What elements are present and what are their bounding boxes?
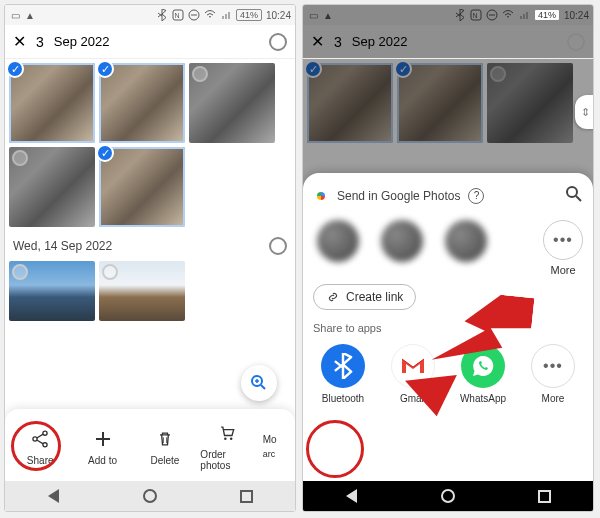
add-to-label: Add to (88, 455, 117, 466)
unchecked-icon (490, 66, 506, 82)
photo-thumb[interactable] (189, 63, 275, 143)
avatar-icon (381, 220, 423, 262)
picture-icon: ▭ (307, 9, 319, 21)
svg-point-23 (567, 187, 577, 197)
plus-icon (91, 427, 115, 451)
picture-icon: ▭ (9, 9, 21, 21)
ellipsis-icon: ••• (543, 220, 583, 260)
sheet-header: Send in Google Photos ? (313, 185, 583, 206)
nfc-icon: N (172, 9, 184, 21)
zoom-fab[interactable] (241, 365, 277, 401)
create-link-label: Create link (346, 290, 403, 304)
fast-scroll-handle[interactable]: ⇕ (575, 95, 594, 129)
check-icon: ✓ (96, 60, 114, 78)
bluetooth-label: Bluetooth (322, 393, 364, 404)
android-nav-bar (5, 481, 295, 511)
more-button[interactable]: Mo arc (263, 434, 287, 459)
avatar-icon (445, 220, 487, 262)
more-cut-label2: arc (263, 449, 276, 459)
photo-thumb[interactable]: ✓ (99, 63, 185, 143)
gmail-icon (391, 344, 435, 388)
google-photos-icon (313, 188, 329, 204)
link-icon (326, 290, 340, 304)
select-all-toggle[interactable] (567, 33, 585, 51)
recents-button[interactable] (534, 485, 556, 507)
selection-count: 3 (36, 34, 44, 50)
status-bar: ▭ ▲ N 41% 10:24 (5, 5, 295, 25)
bluetooth-app-button[interactable]: Bluetooth (313, 344, 373, 404)
unchecked-icon (102, 264, 118, 280)
help-icon[interactable]: ? (468, 188, 484, 204)
photo-thumb: ✓ (397, 63, 483, 143)
home-button[interactable] (139, 485, 161, 507)
unchecked-icon (192, 66, 208, 82)
photo-thumb[interactable]: ✓ (99, 147, 185, 227)
photo-thumb (487, 63, 573, 143)
clock: 10:24 (266, 10, 291, 21)
share-icon (28, 427, 52, 451)
check-icon: ✓ (96, 144, 114, 162)
unchecked-icon (12, 150, 28, 166)
contact-item[interactable] (313, 220, 363, 262)
wifi-icon (502, 9, 514, 21)
whatsapp-icon (461, 344, 505, 388)
selection-date: Sep 2022 (352, 34, 408, 49)
back-button[interactable] (42, 485, 64, 507)
close-selection-button[interactable]: ✕ (13, 32, 26, 51)
avatar-icon (317, 220, 359, 262)
bluetooth-icon (321, 344, 365, 388)
photo-thumb[interactable] (9, 261, 95, 321)
more-label: More (550, 264, 575, 276)
more-apps-button[interactable]: ••• More (523, 344, 583, 404)
wifi-icon (204, 9, 216, 21)
selection-count: 3 (334, 34, 342, 50)
svg-line-5 (261, 385, 265, 389)
svg-point-18 (230, 438, 233, 441)
trash-icon (153, 427, 177, 451)
gmail-label: Gmail (400, 393, 426, 404)
battery-level: 41% (534, 9, 560, 21)
photo-thumb[interactable] (9, 147, 95, 227)
warning-icon: ▲ (24, 9, 36, 21)
photo-thumb[interactable]: ✓ (9, 63, 95, 143)
back-button[interactable] (340, 485, 362, 507)
contact-item[interactable] (441, 220, 491, 262)
annotation-circle (306, 420, 364, 478)
delete-label: Delete (151, 455, 180, 466)
sheet-title: Send in Google Photos (337, 189, 460, 203)
select-day-toggle[interactable] (269, 237, 287, 255)
order-photos-button[interactable]: Order photos (200, 421, 254, 471)
ellipsis-icon: ••• (531, 344, 575, 388)
contact-item[interactable] (377, 220, 427, 262)
unchecked-icon (12, 264, 28, 280)
share-label: Share (27, 455, 54, 466)
more-cut-label: Mo (263, 434, 277, 445)
svg-text:N: N (472, 12, 477, 19)
selection-date: Sep 2022 (54, 34, 110, 49)
select-all-toggle[interactable] (269, 33, 287, 51)
add-to-button[interactable]: Add to (76, 427, 130, 466)
svg-line-12 (37, 440, 43, 444)
status-bar: ▭ ▲ N 41% 10:24 (303, 5, 593, 25)
share-apps-row: Bluetooth Gmail WhatsApp ••• More (313, 344, 583, 404)
check-icon: ✓ (6, 60, 24, 78)
share-button[interactable]: Share (13, 427, 67, 466)
date-label: Wed, 14 Sep 2022 (13, 239, 112, 253)
clock: 10:24 (564, 10, 589, 21)
create-link-button[interactable]: Create link (313, 284, 416, 310)
more-contacts-button[interactable]: ••• More (543, 220, 583, 276)
photo-thumb: ✓ (307, 63, 393, 143)
home-button[interactable] (437, 485, 459, 507)
share-sheet: Send in Google Photos ? ••• More Create … (303, 173, 593, 481)
svg-point-9 (33, 436, 37, 440)
check-icon: ✓ (304, 60, 322, 78)
whatsapp-app-button[interactable]: WhatsApp (453, 344, 513, 404)
whatsapp-label: WhatsApp (460, 393, 506, 404)
search-button[interactable] (565, 185, 583, 206)
date-header: Wed, 14 Sep 2022 (9, 231, 291, 261)
recents-button[interactable] (236, 485, 258, 507)
gmail-app-button[interactable]: Gmail (383, 344, 443, 404)
close-selection-button[interactable]: ✕ (311, 32, 324, 51)
photo-thumb[interactable] (99, 261, 185, 321)
delete-button[interactable]: Delete (138, 427, 192, 466)
